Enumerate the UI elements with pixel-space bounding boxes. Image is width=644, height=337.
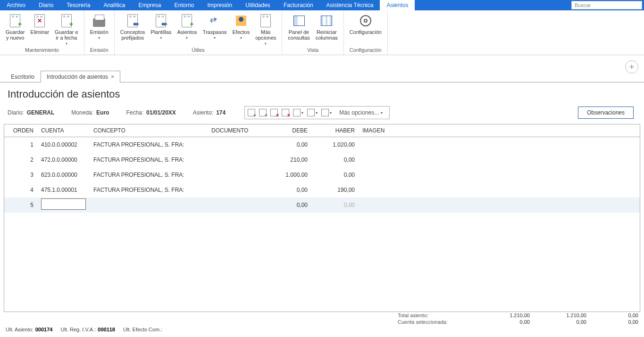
table-row[interactable]: 1410.0.0.00002FACTURA PROFESIONAL, S. FR… xyxy=(4,137,640,152)
table-row[interactable]: 2472.0.0.00000FACTURA PROFESIONAL, S. FR… xyxy=(4,152,640,167)
table-row[interactable]: 3623.0.0.00000FACTURA PROFESIONAL, S. FR… xyxy=(4,167,640,182)
ribbon-label: Plantillas xyxy=(151,29,171,35)
tool-dd2[interactable]: ▾ xyxy=(307,109,318,116)
ribbon-traspasos[interactable]: Traspasos▾ xyxy=(200,11,230,46)
asiento-value: 174 xyxy=(216,109,226,116)
ribbon-conceptos-prefijados[interactable]: ✎Conceptos prefijados xyxy=(117,11,148,46)
ribbon-label: Guardar e ir a fecha xyxy=(55,29,78,41)
tool-insert-icon[interactable] xyxy=(259,109,267,116)
tab-escritorio[interactable]: Escritorio xyxy=(5,71,41,82)
ribbon-label: Guardar y nuevo xyxy=(6,29,25,41)
ribbon-emision[interactable]: Emisión▾ xyxy=(87,11,111,46)
menu-facturacin[interactable]: Facturación xyxy=(277,0,320,10)
ribbon-configuracion[interactable]: Configuración xyxy=(347,11,385,46)
ribbon-group-label: Mantenimiento xyxy=(3,46,81,55)
col-documento[interactable]: DOCUMENTO xyxy=(208,124,264,137)
ribbon-group-label: Vista xyxy=(285,46,341,55)
chevron-down-icon: ▾ xyxy=(98,36,100,40)
ribbon-asientos[interactable]: +Asientos▾ xyxy=(174,11,200,46)
ribbon-label: Eliminar xyxy=(30,29,49,35)
ribbon-label: Conceptos prefijados xyxy=(120,29,145,41)
tool-more-options[interactable]: Más opciones...▾ xyxy=(335,109,386,116)
fecha-label: Fecha: xyxy=(126,109,143,116)
menu-archivo[interactable]: Archivo xyxy=(0,0,32,10)
cuenta-haber: 0,00 xyxy=(530,319,586,325)
ribbon-label: Efectos xyxy=(233,29,250,35)
tool-dd1[interactable]: ▾ xyxy=(293,109,303,116)
menu-impresin[interactable]: Impresión xyxy=(201,0,239,10)
ribbon-label: Más opciones xyxy=(255,29,276,41)
close-icon[interactable]: × xyxy=(111,74,114,80)
panel-split-icon xyxy=(292,13,307,28)
ribbon-eliminar[interactable]: ✕Eliminar xyxy=(27,11,52,46)
menu-entorno[interactable]: Entorno xyxy=(167,0,201,10)
table-row-editing[interactable]: 50,000,00 xyxy=(4,197,640,213)
table-row[interactable]: 4475.1.0.00001FACTURA PROFESIONAL, S. FR… xyxy=(4,182,640,197)
ribbon-mas-opciones[interactable]: Más opciones▾ xyxy=(252,11,279,46)
tool-clear-icon[interactable] xyxy=(282,109,289,116)
tool-new-icon[interactable] xyxy=(248,109,255,116)
menu-empresa[interactable]: Empresa xyxy=(132,0,167,10)
document-tabs: EscritorioIntroducción de asientos× xyxy=(0,69,644,82)
col-orden[interactable]: ORDEN xyxy=(4,124,37,137)
menu-diario[interactable]: Diario xyxy=(32,0,60,10)
col-haber[interactable]: HABER xyxy=(311,124,359,137)
total-debe: 1.210,00 xyxy=(473,312,530,318)
swap-icon xyxy=(207,13,222,28)
people-icon xyxy=(234,13,249,28)
gear-icon xyxy=(358,13,373,28)
search-input[interactable]: Buscar xyxy=(571,1,642,9)
observaciones-button[interactable]: Observaciones xyxy=(578,107,634,119)
ribbon-label: Reiniciar columnas xyxy=(316,29,338,41)
col-debe[interactable]: DEBE xyxy=(264,124,311,137)
col-imagen[interactable]: IMAGEN xyxy=(359,124,640,137)
menu-bar: ArchivoDiarioTesoreríaAnalíticaEmpresaEn… xyxy=(0,0,644,10)
ribbon-plantillas[interactable]: ✎Plantillas▾ xyxy=(148,11,174,46)
ribbon-label: Emisión xyxy=(90,29,109,35)
col-concepto[interactable]: CONCEPTO xyxy=(90,124,208,137)
ribbon-guardar-ir-fecha[interactable]: +Guardar e ir a fecha▾ xyxy=(52,11,81,46)
doc-x-icon: ✕ xyxy=(32,13,47,28)
ribbon-label: Asientos xyxy=(177,29,197,35)
cuenta-input[interactable] xyxy=(41,198,86,210)
col-cuenta[interactable]: CUENTA xyxy=(37,124,90,137)
doc-plus-icon: + xyxy=(59,13,74,28)
total-dif: 0,00 xyxy=(586,312,638,318)
entries-grid: ORDEN CUENTA CONCEPTO DOCUMENTO DEBE HAB… xyxy=(4,124,640,312)
chevron-down-icon: ▾ xyxy=(265,41,267,46)
total-asiento-label: Total asiento: xyxy=(398,312,473,318)
menu-utilidades[interactable]: Utilidades xyxy=(239,0,277,10)
ribbon-reiniciar-columnas[interactable]: Reiniciar columnas xyxy=(313,11,341,46)
doc-plus-icon: + xyxy=(8,13,23,28)
cuenta-debe: 0,00 xyxy=(473,319,530,325)
ribbon-efectos[interactable]: Efectos▾ xyxy=(230,11,253,46)
menu-tesorera[interactable]: Tesorería xyxy=(60,0,97,10)
doc-dh-icon xyxy=(258,13,273,28)
cuenta-sel-label: Cuenta seleccionada: xyxy=(398,319,473,325)
menu-asientos[interactable]: Asientos xyxy=(380,0,415,10)
info-bar: Diario: GENERAL Moneda: Euro Fecha: 01/0… xyxy=(0,104,644,124)
tool-dd3[interactable]: ▾ xyxy=(321,109,332,116)
ribbon-label: Traspasos xyxy=(203,29,227,35)
diario-value: GENERAL xyxy=(27,109,55,116)
ribbon-label: Panel de consultas xyxy=(288,29,309,41)
add-tab-button[interactable]: + xyxy=(625,60,638,74)
tool-delete-icon[interactable] xyxy=(270,109,278,116)
chevron-down-icon: ▾ xyxy=(186,36,188,40)
chevron-down-icon: ▾ xyxy=(160,36,162,40)
cuenta-dif: 0,00 xyxy=(586,319,638,325)
total-haber: 1.210,00 xyxy=(530,312,586,318)
chevron-down-icon: ▾ xyxy=(214,36,216,40)
ribbon-guardar-nuevo[interactable]: +Guardar y nuevo xyxy=(3,11,27,46)
status-bar: Ult. Asiento:000174 Ult. Reg. I.V.A.:000… xyxy=(6,327,638,332)
panel-cols-icon xyxy=(319,13,334,28)
doc-plus-icon: + xyxy=(179,13,194,28)
grid-header-row: ORDEN CUENTA CONCEPTO DOCUMENTO DEBE HAB… xyxy=(4,124,640,137)
menu-asistenciatcnica[interactable]: Asistencia Técnica xyxy=(320,0,380,10)
ribbon-group-label: Configuración xyxy=(347,46,385,55)
ribbon-panel-consultas[interactable]: Panel de consultas xyxy=(285,11,312,46)
moneda-label: Moneda: xyxy=(71,109,93,116)
menu-analtica[interactable]: Analítica xyxy=(97,0,132,10)
tab-introducci-n-de-asientos[interactable]: Introducción de asientos× xyxy=(41,71,120,82)
moneda-value: Euro xyxy=(96,109,109,116)
